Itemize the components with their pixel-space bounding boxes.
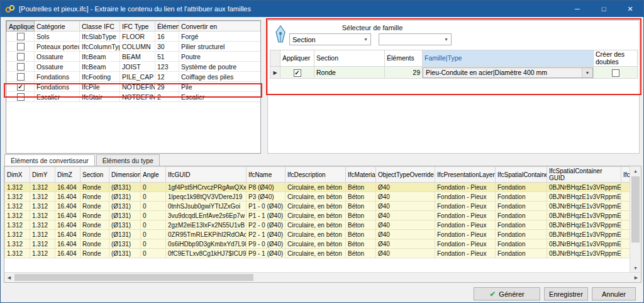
cell: 0BJNrBHqzE1v3VRppmENMe xyxy=(547,183,621,192)
column-header-famille-type[interactable]: Famille|Type xyxy=(423,50,594,67)
scroll-left-icon[interactable]: ◀ xyxy=(4,273,14,282)
family-selector-panel: Sélecteur de famille Section ▾ ▾ xyxy=(267,20,640,154)
save-button[interactable]: Enregistrer xyxy=(544,287,588,300)
column-header--l-ments[interactable]: Éléments xyxy=(155,21,179,31)
cell: 16 xyxy=(155,31,179,42)
cell: Forgé xyxy=(179,31,261,42)
title-bar[interactable]: [Poutrelles et pieux.ifc] - Extraire le … xyxy=(1,1,643,17)
elements-table: DimXDimYDimZSectionDimensionsAngleIfcGUI… xyxy=(4,166,630,258)
column-header-section[interactable]: Section xyxy=(314,50,385,67)
cell: (Ø131) xyxy=(109,220,141,230)
cell: Système de poutre xyxy=(179,62,261,72)
column-header-appliquer[interactable]: Appliquer xyxy=(7,21,35,31)
cell: Poutre xyxy=(179,52,261,62)
cell xyxy=(621,192,631,202)
table-row[interactable]: OssatureIfcBeamBEAM51Poutre xyxy=(7,52,261,62)
cell: 12 xyxy=(155,72,179,82)
column-header-ifcspatialcontainer-guid[interactable]: IfcSpatialContainer GUID xyxy=(547,167,621,183)
row-checkbox[interactable] xyxy=(17,73,25,81)
creer-doubles-checkbox[interactable] xyxy=(612,69,619,77)
table-row[interactable]: EscalierIfcStairNOTDEFINED2Escalier xyxy=(7,92,261,102)
cell: 0 xyxy=(141,192,166,202)
scroll-down-icon[interactable]: ▼ xyxy=(630,263,641,273)
column-header-ifcpresentationlayer[interactable]: IfcPresentationLayer xyxy=(435,167,496,183)
row-checkbox[interactable] xyxy=(17,33,25,40)
table-row[interactable]: OssatureIfcBeamJOIST123Système de poutre xyxy=(7,62,261,72)
vertical-scrollbar[interactable]: ▲ ▼ xyxy=(630,166,641,273)
cell: 1.312 xyxy=(30,202,55,211)
section-dropdown[interactable]: Section ▾ xyxy=(289,33,371,45)
column-header-objecttypeoverride[interactable]: ObjectTypeOverride xyxy=(376,167,435,183)
row-checkbox[interactable] xyxy=(17,93,25,101)
cell: Fondation xyxy=(496,202,547,211)
scroll-up-icon[interactable]: ▲ xyxy=(630,166,641,176)
cell: P9 - 1 (Ø40) xyxy=(247,249,286,258)
horizontal-scroll-thumb[interactable] xyxy=(14,274,253,281)
cell: 0ZR95TmRLEKPihI2RdOAo8 xyxy=(166,230,247,239)
appliquer-checkbox[interactable] xyxy=(294,69,301,77)
table-row[interactable]: SolsIfcSlabTypeFLOOR16Forgé xyxy=(7,31,261,42)
maximize-button[interactable]: □ xyxy=(591,1,617,17)
selector-dropdown-row: Section ▾ ▾ xyxy=(287,33,458,45)
table-row[interactable]: FondationsIfcPileNOTDEFINED29Pile xyxy=(7,82,261,92)
secondary-dropdown[interactable]: ▾ xyxy=(379,33,452,45)
column-header-classe-ifc[interactable]: Classe IFC xyxy=(80,21,120,31)
row-checkbox[interactable] xyxy=(17,53,25,60)
table-row[interactable]: 1.3121.31216.404Ronde(Ø131)00ZR95TmRLEKP… xyxy=(5,230,631,239)
tab-elements-du-type[interactable]: Éléments du type xyxy=(96,154,160,166)
table-row[interactable]: 1.3121.31216.404Ronde(Ø131)03vu9dcqdLEnf… xyxy=(5,211,631,220)
generate-button[interactable]: ✔ Générer xyxy=(474,287,540,300)
column-header-dimy[interactable]: DimY xyxy=(30,167,55,183)
table-row[interactable]: 1.3121.31216.404Ronde(Ø131)00tnhSJsub0gw… xyxy=(5,202,631,211)
family-selector-block: Sélecteur de famille Section ▾ ▾ xyxy=(287,23,458,45)
column-header-dimx[interactable]: DimX xyxy=(5,167,30,183)
column-header-ifcname[interactable]: IfcName xyxy=(247,167,286,183)
vertical-scroll-thumb[interactable] xyxy=(631,176,640,243)
column-header-angle[interactable]: Angle xyxy=(141,167,166,183)
row-selector[interactable]: ▶ xyxy=(270,67,280,79)
table-row[interactable]: 1.3121.31216.404Ronde(Ø131)02gzM2eiE13lx… xyxy=(5,220,631,230)
column-header-appliquer[interactable]: Appliquer xyxy=(280,50,314,67)
row-checkbox[interactable] xyxy=(17,83,25,91)
column-header-dimz[interactable]: DimZ xyxy=(55,167,80,183)
column-header-creer-doubles[interactable]: Créer des doubles xyxy=(594,50,638,67)
table-row[interactable]: 1.3121.31216.404Ronde(Ø131)01lpeqc1k98tQ… xyxy=(5,192,631,202)
cell xyxy=(280,67,314,79)
cell: IfcBeam xyxy=(80,62,120,72)
family-row[interactable]: ▶ Ronde 29 Pieu-Conduite en acier|Diamèt… xyxy=(270,67,638,79)
cell: 0 xyxy=(141,249,166,258)
cell: 1gf4Pst5HCrvczPRgAwQXx xyxy=(166,183,247,192)
column-header-dimensions[interactable]: Dimensions xyxy=(109,167,141,183)
column-header-ifcpr[interactable]: IfcPr xyxy=(621,167,631,183)
scroll-right-icon[interactable]: ▶ xyxy=(631,273,641,282)
cell: (Ø131) xyxy=(109,211,141,220)
column-header-ifc-type[interactable]: IFC Type xyxy=(120,21,155,31)
column-header-ifcmaterial[interactable]: IfcMaterial xyxy=(346,167,376,183)
table-row[interactable]: 1.3121.31216.404Ronde(Ø131)00s6iHDbp9D3g… xyxy=(5,239,631,249)
famille-type-combobox[interactable]: Pieu-Conduite en acier|Diamètre 400 mm ▾ xyxy=(423,67,593,78)
column-header-ifcdescription[interactable]: IfcDescription xyxy=(286,167,346,183)
minimize-button[interactable]: ─ xyxy=(564,1,591,17)
column-header-ifcguid[interactable]: IfcGUID xyxy=(166,167,247,183)
row-checkbox[interactable] xyxy=(17,63,25,71)
column-header-convertir-en[interactable]: Convertir en xyxy=(179,21,261,31)
horizontal-scrollbar[interactable]: ◀ ▶ xyxy=(4,272,641,282)
cell xyxy=(7,82,35,92)
table-row[interactable]: Poteaux porteursIfcColumnTypeCOLUMN30Pil… xyxy=(7,42,261,52)
cell: FLOOR xyxy=(120,31,155,42)
table-row[interactable]: 1.3121.31216.404Ronde(Ø131)01gf4Pst5HCrv… xyxy=(5,183,631,192)
column-header-ifcspatialcontainer[interactable]: IfcSpatialContainer xyxy=(496,167,547,183)
cell xyxy=(7,52,35,62)
table-row[interactable]: 1.3121.31216.404Ronde(Ø131)00fC9ETLxv8Cg… xyxy=(5,249,631,258)
cell: 1.312 xyxy=(30,211,55,220)
column-header-cat-gorie[interactable]: Catégorie xyxy=(35,21,80,31)
table-row[interactable]: FondationsIfcFootingPILE_CAP12Coiffage d… xyxy=(7,72,261,82)
close-button[interactable]: ✕ xyxy=(617,1,643,17)
column-header-elements[interactable]: Éléments xyxy=(385,50,423,67)
cell: 0BJNrBHqzE1v3VRppmENMe xyxy=(547,192,621,202)
row-checkbox[interactable] xyxy=(17,43,25,50)
tab-elements-convertisseur[interactable]: Éléments de convertisseur xyxy=(4,154,95,166)
row-indicator-icon: ▶ xyxy=(273,70,277,76)
column-header-section[interactable]: Section xyxy=(80,167,109,183)
cancel-button[interactable]: Annuler xyxy=(592,287,636,300)
